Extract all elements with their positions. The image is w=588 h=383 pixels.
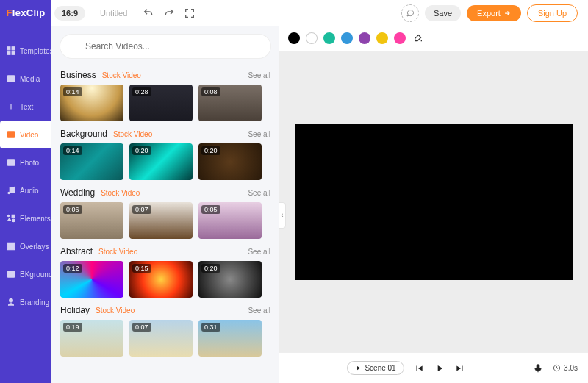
swatch-yellow[interactable] <box>376 32 388 44</box>
category-background: BackgroundStock VideoSee all0:140:200:20 <box>60 129 270 180</box>
sidebar-item-media[interactable]: Media <box>0 65 51 93</box>
see-all-link[interactable]: See all <box>248 307 270 315</box>
sidebar-nav: TemplatesMediaTextVideoPhotoAudioElement… <box>0 37 51 316</box>
sidebar-item-audio[interactable]: Audio <box>0 176 51 204</box>
search-input[interactable] <box>60 35 270 58</box>
video-thumb[interactable]: 0:12 <box>60 261 123 298</box>
duration-badge: 0:14 <box>63 87 82 96</box>
fullscreen-icon[interactable] <box>183 7 196 20</box>
category-wedding: WeddingStock VideoSee all0:060:070:05 <box>60 187 270 239</box>
player-bar: Scene 01 3.0s <box>279 352 588 383</box>
stock-video-tag: Stock Video <box>113 130 152 138</box>
category-title: Background <box>60 129 107 139</box>
svg-point-12 <box>12 219 15 222</box>
canvas-panel: ‹ Scene 01 3.0s <box>279 26 588 383</box>
color-picker-icon[interactable] <box>412 32 425 45</box>
video-icon <box>6 129 16 140</box>
duration-badge: 0:28 <box>132 87 151 96</box>
video-thumb[interactable]: 0:14 <box>60 85 123 121</box>
stage: ‹ <box>279 51 588 352</box>
duration-badge: 0:19 <box>63 323 82 332</box>
stock-video-tag: Stock Video <box>101 189 140 197</box>
duration-badge: 0:07 <box>132 205 151 214</box>
sidebar-item-photo[interactable]: Photo <box>0 148 51 176</box>
svg-rect-0 <box>7 47 10 50</box>
mic-icon[interactable] <box>532 362 544 374</box>
video-thumb[interactable]: 0:06 <box>60 202 123 239</box>
category-title: Holiday <box>60 305 90 315</box>
duration-badge: 0:12 <box>63 264 82 273</box>
video-thumb[interactable]: 0:14 <box>60 143 123 180</box>
see-all-link[interactable]: See all <box>248 130 270 138</box>
svg-point-10 <box>7 215 9 216</box>
stock-video-tag: Stock Video <box>98 248 137 256</box>
swatch-blue[interactable] <box>341 32 353 44</box>
swatch-black[interactable] <box>288 32 300 44</box>
video-thumb[interactable]: 0:07 <box>129 320 193 357</box>
category-title: Business <box>60 70 96 80</box>
text-icon <box>6 101 16 112</box>
svg-rect-11 <box>12 215 15 218</box>
video-library-panel: BusinessStock VideoSee all0:140:280:08Ba… <box>51 26 279 383</box>
duration-badge: 0:20 <box>132 146 151 155</box>
signup-button[interactable]: Sign Up <box>527 4 578 22</box>
export-label: Export <box>477 9 501 18</box>
photo-icon <box>6 157 16 168</box>
category-abstract: AbstractStock VideoSee all0:120:150:20 <box>60 246 270 298</box>
sidebar-item-elements[interactable]: Elements <box>0 204 51 232</box>
sidebar-item-bkground[interactable]: BKground <box>0 260 51 288</box>
branding-icon <box>6 297 16 307</box>
video-thumb[interactable]: 0:08 <box>198 85 262 121</box>
play-icon[interactable] <box>434 362 445 374</box>
video-thumb[interactable]: 0:28 <box>129 85 193 121</box>
prev-scene-icon[interactable] <box>413 362 425 374</box>
templates-icon <box>6 46 16 56</box>
chat-icon[interactable] <box>401 4 419 22</box>
scene-selector[interactable]: Scene 01 <box>347 361 404 375</box>
video-thumb[interactable]: 0:15 <box>129 261 193 298</box>
category-title: Wedding <box>60 187 95 198</box>
svg-rect-4 <box>7 76 15 82</box>
video-thumb[interactable]: 0:07 <box>129 202 193 239</box>
sidebar-item-text[interactable]: Text <box>0 93 51 121</box>
sidebar-item-overlays[interactable]: Overlays <box>0 232 51 260</box>
video-thumb[interactable]: 0:31 <box>198 320 262 357</box>
video-thumb[interactable]: 0:19 <box>60 320 123 357</box>
category-title: Abstract <box>60 246 93 257</box>
see-all-link[interactable]: See all <box>248 189 270 197</box>
redo-icon[interactable] <box>162 7 176 20</box>
duration-badge: 0:05 <box>201 205 220 214</box>
see-all-link[interactable]: See all <box>248 248 270 256</box>
export-button[interactable]: Export <box>467 5 521 21</box>
duration-badge: 0:20 <box>201 264 220 273</box>
next-scene-icon[interactable] <box>454 362 466 374</box>
collapse-panel-icon[interactable]: ‹ <box>279 202 286 229</box>
sidebar-item-templates[interactable]: Templates <box>0 37 51 65</box>
see-all-link[interactable]: See all <box>248 71 270 79</box>
swatch-white[interactable] <box>306 32 318 44</box>
preview-frame[interactable] <box>295 124 573 280</box>
video-thumb[interactable]: 0:20 <box>129 143 193 180</box>
sidebar-item-branding[interactable]: Branding <box>0 288 51 316</box>
svg-rect-1 <box>12 47 15 50</box>
svg-rect-2 <box>7 51 10 54</box>
swatch-teal[interactable] <box>323 32 335 44</box>
video-thumb[interactable]: 0:20 <box>198 143 262 180</box>
svg-point-8 <box>8 192 10 193</box>
sidebar-item-video[interactable]: Video <box>0 121 51 148</box>
undo-icon[interactable] <box>142 7 155 20</box>
video-thumb[interactable]: 0:05 <box>198 202 262 239</box>
video-thumb[interactable]: 0:20 <box>198 261 262 298</box>
save-button[interactable]: Save <box>425 5 461 21</box>
duration-badge: 0:31 <box>201 323 220 332</box>
elements-icon <box>6 213 16 223</box>
duration-indicator[interactable]: 3.0s <box>553 364 578 372</box>
category-business: BusinessStock VideoSee all0:140:280:08 <box>60 70 270 121</box>
stock-video-tag: Stock Video <box>96 307 135 315</box>
duration-badge: 0:07 <box>132 323 151 332</box>
brand-logo: FlexClip <box>0 0 51 26</box>
swatch-purple[interactable] <box>359 32 370 44</box>
aspect-ratio-pill[interactable]: 16:9 <box>54 6 85 21</box>
project-title[interactable]: Untitled <box>93 6 135 21</box>
swatch-pink[interactable] <box>394 32 406 44</box>
